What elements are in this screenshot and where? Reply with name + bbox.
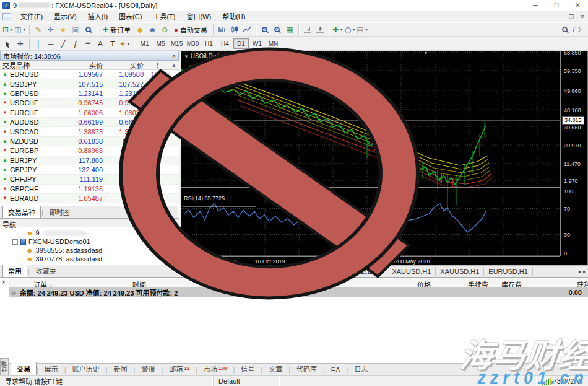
market-watch-row[interactable]: ▼EURCHF1.060061.06025 xyxy=(0,108,179,118)
terminal-tab-11[interactable]: 日志 xyxy=(348,362,374,375)
menu-item-h[interactable]: 帮助(H) xyxy=(217,11,251,22)
search-icon[interactable] xyxy=(558,24,571,35)
timeframe-button-d1[interactable]: D1 xyxy=(233,38,249,49)
history-center-icon[interactable]: ◆ xyxy=(134,24,146,35)
terminal-tab-3[interactable]: 新闻 xyxy=(108,362,134,375)
market-watch-row[interactable]: ▼EURGBP0.889660.889 xyxy=(0,146,179,156)
label-tool-icon[interactable]: T xyxy=(106,38,119,50)
crosshair-icon[interactable]: ✛ xyxy=(45,24,57,35)
minimize-button[interactable]: ─ xyxy=(525,0,546,11)
market-watch-row[interactable]: ▲NZDUSD0.618380.6185 xyxy=(0,137,179,146)
window-layout-icon[interactable]: ▣ xyxy=(69,24,82,35)
market-watch-close-icon[interactable]: × xyxy=(172,52,176,59)
chart-tab[interactable]: NZDUSD,H1 xyxy=(195,267,243,276)
vertical-line-tool-icon[interactable]: │ xyxy=(32,38,45,50)
menu-item-f[interactable]: 文件(F) xyxy=(15,11,48,22)
cursor-tool-icon[interactable] xyxy=(2,38,14,50)
tree-item-account[interactable]: ☻3958555: asdassdasd xyxy=(9,246,179,255)
menu-item-c[interactable]: 图表(C) xyxy=(113,11,147,22)
terminal-tab-4[interactable]: 警报 xyxy=(135,362,161,375)
chart-tab[interactable]: EURUSD,H1 xyxy=(484,267,533,276)
market-watch-row[interactable]: ▼USDCHF0.967450.967591 xyxy=(0,99,179,108)
arrows-tool-icon[interactable]: ✦▼ xyxy=(119,38,131,50)
menu-item-v[interactable]: 显示(V) xyxy=(48,11,82,22)
terminal-tab-9[interactable]: 代码库 xyxy=(290,362,323,375)
terminal-tab-6[interactable]: 市场100 xyxy=(197,362,233,375)
zoom-box-icon[interactable] xyxy=(82,24,94,35)
chart-tabs-left-icon[interactable]: ◂ xyxy=(578,269,581,274)
autotrading-button[interactable]: ● 自动交易 xyxy=(171,24,210,35)
line-chart-mode-icon[interactable] xyxy=(241,24,253,35)
close-button[interactable]: ✕ xyxy=(567,0,588,11)
text-tool-icon[interactable]: A xyxy=(94,38,106,50)
menu-item-i[interactable]: 插入(I) xyxy=(82,11,113,22)
crosshair-tool-icon[interactable]: ✛ xyxy=(14,38,27,50)
chart-tab[interactable]: USDCNH,Daily xyxy=(243,267,299,276)
market-watch-row[interactable]: ▼EURAUD1.654871. xyxy=(0,194,179,203)
market-watch-row[interactable]: ▲EURUSD1.095671.0958013 xyxy=(0,70,179,79)
new-chart-icon[interactable]: ⊞▼ xyxy=(2,24,14,35)
terminal-tab-ea[interactable]: EA xyxy=(325,364,347,375)
chart-plot[interactable] xyxy=(181,51,560,266)
chart-tab[interactable]: USD,Daily xyxy=(347,267,388,276)
periods-icon[interactable]: ◷▼ xyxy=(344,24,357,35)
chart-window[interactable]: 68.85059.35049.66040.16030.66020.97011.4… xyxy=(181,51,588,265)
status-profile[interactable]: Default xyxy=(213,376,280,386)
terminal-tab-0[interactable]: 交易 xyxy=(11,362,37,375)
terminal-close-icon[interactable]: × xyxy=(2,279,6,286)
favorites-folder-icon[interactable]: ★ xyxy=(57,24,69,35)
market-watch-row[interactable]: ▲GBPJPY132.40013 xyxy=(0,165,179,175)
market-watch-row[interactable]: ▼USDCAD1.386731.38693 xyxy=(0,127,179,136)
templates-icon[interactable]: ▤▼ xyxy=(357,24,369,35)
market-watch-row[interactable]: ▲AUDUSD0.661990.66217 xyxy=(0,118,179,127)
timeframe-button-m5[interactable]: M5 xyxy=(153,38,168,49)
channel-tool-icon[interactable]: ≣ xyxy=(82,38,94,50)
chart-shift-marker[interactable]: ▾ xyxy=(425,50,427,56)
child-minimize-button[interactable]: ─ xyxy=(555,12,566,22)
menu-item-w[interactable]: 窗口(W) xyxy=(181,11,217,22)
tree-item-server[interactable]: − FXCM-USDDemo01 xyxy=(9,237,179,246)
chart-tab[interactable]: XAUUSD,H1 xyxy=(387,267,436,276)
time-axis[interactable]: 12 Sep 201916 Oct 201919 N3 Apr 20208 Ma… xyxy=(181,256,560,266)
auto-scroll-icon[interactable] xyxy=(301,24,314,35)
child-restore-button[interactable]: ❐ xyxy=(566,12,577,22)
tree-item-account[interactable]: ☻3970778: asdassdasd xyxy=(9,255,179,263)
navigator-tab-1[interactable]: 收藏夹 xyxy=(30,265,62,277)
timeframe-button-mn[interactable]: MN xyxy=(266,38,281,49)
timeframe-button-m15[interactable]: M15 xyxy=(169,38,184,49)
market-watch-row[interactable]: ▲USDJPY107.515107.52712 xyxy=(0,79,179,89)
profiles-icon[interactable]: ◫▼ xyxy=(14,24,27,35)
chat-icon[interactable] xyxy=(571,24,583,35)
maximize-button[interactable]: □ xyxy=(546,0,567,11)
indicators-icon[interactable]: ✚▼ xyxy=(332,24,344,35)
zoom-in-icon[interactable]: + xyxy=(259,24,271,35)
timeframe-button-m1[interactable]: M1 xyxy=(137,38,152,49)
accounts-icon[interactable]: ☻ xyxy=(146,24,158,35)
cursor-marker-icon[interactable]: ✎ xyxy=(32,24,45,35)
child-close-button[interactable]: ✕ xyxy=(577,12,588,22)
terminal-tab-7[interactable]: 信号 xyxy=(235,362,261,375)
chart-menu-arrow-icon[interactable]: ▼ xyxy=(184,54,189,59)
candlestick-mode-icon[interactable] xyxy=(228,24,241,35)
market-watch-tab-1[interactable]: 即时图 xyxy=(44,206,76,218)
market-watch-row[interactable]: ▲CHFJPY111.11911 xyxy=(0,175,179,184)
new-order-button[interactable]: ✚ 新订单 xyxy=(100,24,134,35)
timeframe-button-m30[interactable]: M30 xyxy=(185,38,201,49)
terminal-tab-8[interactable]: 文章 xyxy=(262,362,288,375)
chart-tab[interactable]: 1 xyxy=(182,267,195,276)
chart-shift-icon[interactable] xyxy=(314,24,326,35)
terminal-tab-5[interactable]: 邮箱12 xyxy=(163,362,196,375)
web-icon[interactable]: ⊕ xyxy=(158,24,171,35)
tile-windows-icon[interactable]: ▦ xyxy=(283,24,296,35)
fibonacci-tool-icon[interactable]: ƒ xyxy=(69,38,82,50)
chart-tab[interactable]: XAUUSD,H1 xyxy=(436,267,484,276)
zoom-out-icon[interactable]: - xyxy=(271,24,283,35)
chart-tabs-right-icon[interactable]: ▸ xyxy=(583,269,586,274)
balance-row[interactable]: ◎ 余额: 24 249.23 USD 净值: 24 249.23 可用预付款:… xyxy=(9,287,588,297)
market-watch-row[interactable]: ▼GBPCHF1.191361. xyxy=(0,185,179,194)
timeframe-button-w1[interactable]: W1 xyxy=(249,38,265,49)
price-axis[interactable]: 68.85059.35049.66040.16030.66020.97011.4… xyxy=(560,51,588,256)
bar-chart-mode-icon[interactable] xyxy=(216,24,228,35)
terminal-vertical-tab[interactable]: 终端 xyxy=(0,358,9,375)
scroll-up-icon[interactable]: ▲ xyxy=(171,63,179,68)
